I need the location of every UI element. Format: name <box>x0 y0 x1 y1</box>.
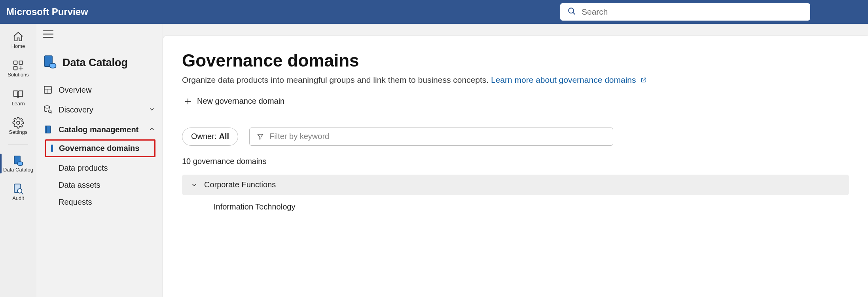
learn-more-link[interactable]: Learn more about governance domains <box>491 75 647 84</box>
rail-label: Audit <box>12 196 24 201</box>
svg-rect-3 <box>19 61 23 65</box>
gear-icon <box>12 117 24 129</box>
rail-label: Learn <box>11 101 25 107</box>
domain-count: 10 governance domains <box>182 157 849 166</box>
domain-group-title: Corporate Functions <box>204 180 276 189</box>
search-input[interactable] <box>582 7 803 17</box>
subnav-governance-domains[interactable]: Governance domains <box>45 139 155 157</box>
subnav-requests[interactable]: Requests <box>36 194 163 211</box>
nav-item-discovery[interactable]: Discovery <box>36 100 163 120</box>
keyword-filter-input[interactable] <box>269 132 606 141</box>
learn-more-text: Learn more about governance domains <box>491 75 636 84</box>
brand-label: Microsoft Purview <box>6 6 88 17</box>
svg-point-20 <box>49 110 51 113</box>
svg-point-0 <box>569 8 574 13</box>
owner-pill-value: All <box>219 132 229 141</box>
nav-label: Catalog management <box>59 125 138 134</box>
rail-label: Home <box>11 44 25 49</box>
data-catalog-icon <box>43 55 57 70</box>
shell: Home Solutions Learn Settings Data Cata <box>0 24 868 297</box>
nav-item-catalog-management[interactable]: Catalog management <box>36 120 163 139</box>
page-subtitle-text: Organize data products into meaningful g… <box>182 75 491 84</box>
rail-label: Solutions <box>8 72 28 78</box>
subnav-data-assets[interactable]: Data assets <box>36 177 163 194</box>
book-icon <box>43 124 53 135</box>
keyword-filter[interactable] <box>249 128 613 146</box>
database-search-icon <box>43 105 53 115</box>
panel-title: Data Catalog <box>43 55 163 70</box>
rail-label: Settings <box>9 129 28 135</box>
funnel-icon <box>257 133 264 140</box>
global-search[interactable] <box>560 3 810 21</box>
svg-point-9 <box>17 189 22 193</box>
rail-item-data-catalog[interactable]: Data Catalog <box>0 153 36 174</box>
svg-rect-4 <box>14 67 17 70</box>
rail-item-solutions[interactable]: Solutions <box>0 58 36 79</box>
rail-separator <box>8 145 28 145</box>
svg-line-1 <box>573 12 575 14</box>
secondary-nav-panel: Data Catalog Overview Discovery <box>36 24 163 297</box>
page-title: Governance domains <box>182 51 849 70</box>
rail-item-home[interactable]: Home <box>0 29 36 51</box>
nav-label: Overview <box>59 86 91 95</box>
chevron-up-icon <box>148 126 156 133</box>
svg-line-21 <box>51 112 52 114</box>
hamburger-toggle[interactable] <box>43 29 163 40</box>
svg-rect-2 <box>14 61 17 65</box>
new-button-label: New governance domain <box>197 97 284 106</box>
svg-rect-22 <box>45 126 51 133</box>
filter-bar: Owner: All <box>182 128 849 146</box>
rail-label: Data Catalog <box>3 167 33 173</box>
left-rail: Home Solutions Learn Settings Data Cata <box>0 24 36 297</box>
external-link-icon <box>641 77 647 83</box>
data-catalog-icon <box>12 154 24 166</box>
domain-item-label: Information Technology <box>214 202 295 211</box>
chevron-down-icon <box>191 181 198 188</box>
page-toolbar: New governance domain <box>182 96 849 117</box>
search-icon <box>567 7 576 17</box>
svg-rect-16 <box>44 86 51 93</box>
audit-search-doc-icon <box>12 183 24 195</box>
panel-title-text: Data Catalog <box>63 57 128 69</box>
grid-apps-icon <box>12 59 24 71</box>
layout-icon <box>43 85 53 95</box>
catalog-management-subnav: Governance domains Data products Data as… <box>36 139 163 211</box>
secondary-nav: Overview Discovery <box>36 80 163 211</box>
main-content: Governance domains Organize data product… <box>163 36 868 297</box>
domain-group-header-corporate-functions[interactable]: Corporate Functions <box>182 175 849 195</box>
chevron-down-icon <box>148 106 156 114</box>
home-icon <box>12 31 24 43</box>
topbar: Microsoft Purview <box>0 0 868 24</box>
rail-item-learn[interactable]: Learn <box>0 87 36 108</box>
svg-line-10 <box>21 192 23 194</box>
page-subtitle: Organize data products into meaningful g… <box>182 75 849 85</box>
nav-item-overview[interactable]: Overview <box>36 80 163 100</box>
subnav-label: Data products <box>59 164 108 172</box>
rail-item-audit[interactable]: Audit <box>0 181 36 203</box>
nav-label: Discovery <box>59 105 93 114</box>
new-governance-domain-button[interactable]: New governance domain <box>182 96 286 107</box>
subnav-label: Governance domains <box>59 144 139 152</box>
owner-pill-label: Owner: <box>191 132 216 141</box>
owner-filter-pill[interactable]: Owner: All <box>182 128 238 146</box>
domain-group: Corporate Functions Information Technolo… <box>182 175 849 211</box>
rail-item-settings[interactable]: Settings <box>0 115 36 137</box>
domain-item-information-technology[interactable]: Information Technology <box>182 195 849 211</box>
svg-point-5 <box>17 121 20 124</box>
book-open-icon <box>12 88 24 100</box>
svg-point-19 <box>44 106 50 108</box>
subnav-data-products[interactable]: Data products <box>36 160 163 177</box>
subnav-label: Data assets <box>59 181 100 189</box>
subnav-label: Requests <box>59 198 92 206</box>
plus-icon <box>184 97 192 106</box>
